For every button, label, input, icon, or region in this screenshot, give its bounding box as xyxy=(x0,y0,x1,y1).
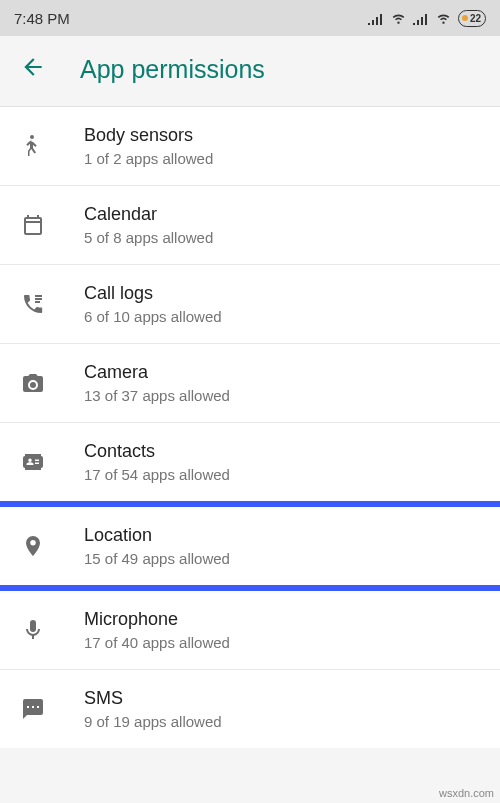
sms-icon xyxy=(20,697,46,721)
arrow-back-icon xyxy=(20,54,46,80)
signal-icon xyxy=(368,11,384,25)
perm-title: Location xyxy=(84,525,480,546)
permissions-list: Body sensors 1 of 2 apps allowed Calenda… xyxy=(0,106,500,748)
perm-title: Call logs xyxy=(84,283,480,304)
perm-title: Camera xyxy=(84,362,480,383)
perm-camera[interactable]: Camera 13 of 37 apps allowed xyxy=(0,343,500,422)
watermark: wsxdn.com xyxy=(439,787,494,799)
perm-calendar[interactable]: Calendar 5 of 8 apps allowed xyxy=(0,185,500,264)
signal-icon xyxy=(413,11,429,25)
location-icon xyxy=(20,534,46,558)
perm-location[interactable]: Location 15 of 49 apps allowed xyxy=(0,507,500,585)
camera-icon xyxy=(20,371,46,395)
wifi-icon xyxy=(390,11,407,25)
perm-title: Body sensors xyxy=(84,125,480,146)
body-sensors-icon xyxy=(20,134,46,158)
perm-body-sensors[interactable]: Body sensors 1 of 2 apps allowed xyxy=(0,106,500,185)
perm-subtitle: 13 of 37 apps allowed xyxy=(84,387,480,404)
perm-subtitle: 6 of 10 apps allowed xyxy=(84,308,480,325)
battery-indicator: 22 xyxy=(458,10,486,27)
calendar-icon xyxy=(20,213,46,237)
status-icons: 22 xyxy=(368,10,486,27)
status-time: 7:48 PM xyxy=(14,10,70,27)
perm-subtitle: 17 of 40 apps allowed xyxy=(84,634,480,651)
call-logs-icon xyxy=(20,292,46,316)
contacts-icon xyxy=(20,450,46,474)
perm-sms[interactable]: SMS 9 of 19 apps allowed xyxy=(0,669,500,748)
perm-subtitle: 17 of 54 apps allowed xyxy=(84,466,480,483)
perm-subtitle: 15 of 49 apps allowed xyxy=(84,550,480,567)
perm-contacts[interactable]: Contacts 17 of 54 apps allowed xyxy=(0,422,500,501)
perm-title: Calendar xyxy=(84,204,480,225)
perm-subtitle: 1 of 2 apps allowed xyxy=(84,150,480,167)
status-bar: 7:48 PM 22 xyxy=(0,0,500,36)
perm-call-logs[interactable]: Call logs 6 of 10 apps allowed xyxy=(0,264,500,343)
perm-subtitle: 5 of 8 apps allowed xyxy=(84,229,480,246)
page-title: App permissions xyxy=(80,55,265,84)
perm-title: Microphone xyxy=(84,609,480,630)
perm-title: Contacts xyxy=(84,441,480,462)
perm-microphone[interactable]: Microphone 17 of 40 apps allowed xyxy=(0,591,500,669)
microphone-icon xyxy=(20,618,46,642)
back-button[interactable] xyxy=(20,54,46,84)
perm-title: SMS xyxy=(84,688,480,709)
wifi-icon xyxy=(435,11,452,25)
perm-subtitle: 9 of 19 apps allowed xyxy=(84,713,480,730)
app-header: App permissions xyxy=(0,36,500,102)
